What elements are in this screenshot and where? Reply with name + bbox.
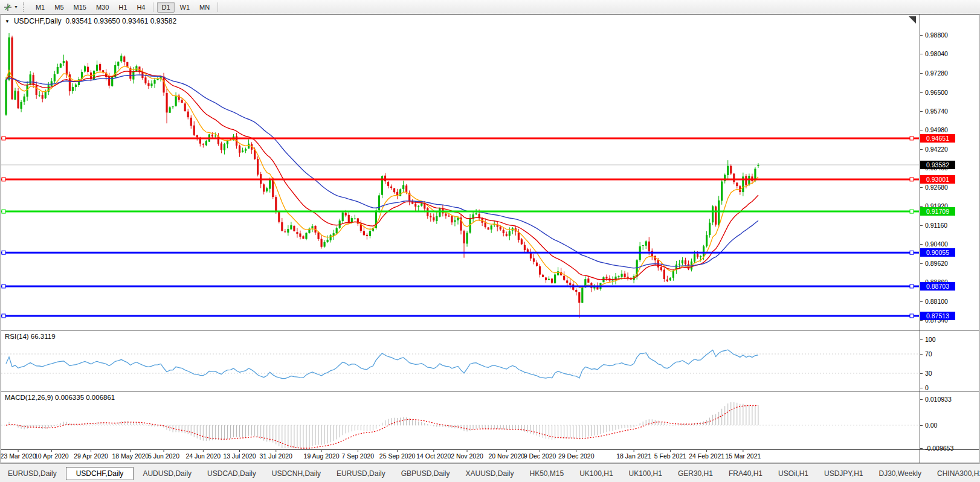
price-tick-label: 0.90400	[925, 240, 948, 248]
price-line-badge: 0.90055	[920, 248, 955, 257]
symbol-tab-USDCNH-Daily[interactable]: USDCNH,Daily	[264, 468, 329, 480]
macd-tick-mark	[920, 425, 923, 426]
date-axis-label: 2 Nov 2020	[451, 452, 483, 460]
price-tick-label: 0.94220	[925, 146, 948, 153]
price-tick-mark	[920, 73, 923, 74]
current-price-badge: 0.93582	[920, 161, 955, 169]
symbol-tab-EURUSD-Daily[interactable]: EURUSD,Daily	[329, 468, 393, 480]
chart-symbol-label: USDCHF,Daily	[14, 17, 62, 25]
timeframe-button-M5[interactable]: M5	[50, 2, 68, 13]
symbol-tab-AUDUSD-Daily[interactable]: AUDUSD,Daily	[135, 468, 199, 480]
macd-tick-mark	[920, 448, 923, 449]
date-axis-label: 19 Aug 2020	[304, 452, 340, 460]
price-tick-mark	[920, 320, 923, 321]
symbol-tab-XAUUSD-Daily[interactable]: XAUUSD,Daily	[457, 468, 521, 480]
price-line-badge: 0.87513	[920, 312, 955, 320]
chart-plot-area[interactable]	[1, 14, 920, 449]
price-tick-label: 0.98040	[925, 50, 948, 57]
symbol-tab-USDCHF-Daily[interactable]: USDCHF,Daily	[66, 467, 134, 480]
chart-ohlc-values: 0.93541 0.93650 0.93461 0.93582	[66, 17, 177, 25]
price-tick-label: 0.95740	[925, 108, 948, 115]
price-tick-mark	[920, 130, 923, 130]
rsi-tick-mark	[920, 354, 923, 355]
price-tick-mark	[920, 92, 923, 93]
price-tick-label: 0.94980	[925, 126, 948, 133]
date-axis-label: 7 Sep 2020	[341, 452, 374, 460]
chart-title-dropdown-icon[interactable]: ▼	[5, 19, 10, 24]
rsi-tick-mark	[920, 373, 923, 374]
date-axis-label: 13 Jul 2020	[223, 452, 256, 460]
rsi-tick-mark	[920, 339, 923, 340]
symbol-tab-bar: EURUSD,DailyUSDCHF,DailyAUDUSD,DailyUSDC…	[0, 463, 980, 482]
price-tick-label: 0.97280	[925, 69, 948, 77]
symbol-tab-GER30-H1[interactable]: GER30,H1	[670, 468, 721, 480]
date-axis-label: 31 Jul 2020	[260, 452, 292, 460]
timeframe-button-W1[interactable]: W1	[176, 2, 195, 13]
macd-tick-mark	[920, 399, 923, 400]
date-axis-label: 9 Dec 2020	[524, 452, 556, 460]
price-line-badge: 0.88703	[920, 282, 955, 291]
price-tick-mark	[920, 35, 923, 36]
toolbar-grip-handle[interactable]	[23, 2, 26, 12]
symbol-tab-EURUSD-Daily[interactable]: EURUSD,Daily	[0, 468, 65, 480]
macd-tick-label: 0.00	[925, 422, 937, 429]
date-axis-label: 5 Feb 2021	[654, 452, 686, 460]
date-axis-label: 23 Mar 2020	[1, 452, 36, 460]
timeframe-buttons: M1M5M15M30H1H4D1W1MN	[31, 2, 221, 13]
price-tick-label: 0.92680	[925, 184, 948, 191]
price-tick-mark	[920, 187, 923, 188]
date-axis-label: 24 Jun 2020	[185, 452, 221, 460]
rsi-tick-mark	[920, 388, 923, 388]
timeframe-button-M15[interactable]: M15	[69, 2, 91, 13]
symbol-tab-FRA40-H1[interactable]: FRA40,H1	[721, 468, 770, 480]
symbol-tab-UK100-H1[interactable]: UK100,H1	[572, 468, 621, 480]
date-axis-label: 18 Jan 2021	[616, 452, 651, 460]
symbol-tab-GBPUSD-Daily[interactable]: GBPUSD,Daily	[393, 468, 458, 480]
date-axis-label: 29 Apr 2020	[74, 452, 108, 460]
chart-title: ▼ USDCHF,Daily 0.93541 0.93650 0.93461 0…	[5, 17, 176, 25]
symbol-tab-USOil-H1[interactable]: USOil,H1	[770, 468, 816, 480]
rsi-tick-label: 30	[925, 370, 932, 377]
timeframe-button-D1[interactable]: D1	[157, 2, 174, 13]
symbol-tab-HK50-M15[interactable]: HK50,M15	[521, 468, 572, 480]
macd-tick-label: 0.010933	[925, 396, 952, 403]
price-tick-mark	[920, 54, 923, 54]
price-scale-area[interactable]	[920, 14, 980, 449]
price-tick-mark	[920, 301, 923, 302]
price-line-badge: 0.94651	[920, 134, 955, 143]
crosshair-icon[interactable]	[3, 2, 13, 12]
price-tick-mark	[920, 111, 923, 112]
price-tick-label: 0.89620	[925, 260, 948, 267]
timeframe-button-H1[interactable]: H1	[114, 2, 131, 13]
price-tick-mark	[920, 263, 923, 264]
date-axis-label: 14 Oct 2020	[416, 452, 451, 460]
timeframe-button-M30[interactable]: M30	[92, 2, 113, 13]
price-tick-mark	[920, 244, 923, 245]
price-tick-mark	[920, 149, 923, 150]
symbol-tab-USDCAD-Daily[interactable]: USDCAD,Daily	[199, 468, 264, 480]
timeframe-button-M1[interactable]: M1	[31, 2, 49, 13]
symbol-tab-DJ30-Weekly[interactable]: DJ30,Weekly	[871, 468, 929, 480]
timeframe-button-MN[interactable]: MN	[195, 2, 214, 13]
macd-indicator-label: MACD(12,26,9) 0.006335 0.006861	[5, 394, 115, 401]
date-axis-label: 24 Feb 2021	[689, 452, 724, 460]
rsi-indicator-label: RSI(14) 66.3119	[5, 333, 56, 340]
rsi-tick-label: 70	[925, 350, 932, 358]
trading-terminal-window: ▼ M1M5M15M30H1H4D1W1MN ▼ USDCHF,Daily 0.…	[0, 0, 980, 482]
rsi-tick-label: 0	[925, 384, 929, 391]
date-axis-label: 15 Mar 2021	[725, 452, 761, 460]
rsi-tick-label: 100	[925, 336, 936, 343]
price-tick-label: 0.98800	[925, 31, 948, 39]
symbol-tab-CHINA300-H1[interactable]: CHINA300,H1	[929, 468, 980, 480]
date-axis-label: 25 Sep 2020	[379, 452, 416, 460]
price-tick-label: 0.96500	[925, 89, 948, 96]
price-tick-mark	[920, 225, 923, 226]
date-axis-label: 20 Nov 2020	[489, 452, 525, 460]
toolbar-dropdown-arrow-icon[interactable]: ▼	[14, 5, 18, 9]
symbol-tab-UK100-H1[interactable]: UK100,H1	[621, 468, 670, 480]
date-axis-label: 10 Apr 2020	[34, 452, 69, 460]
price-tick-label: 0.91160	[925, 222, 947, 229]
timeframe-button-H4[interactable]: H4	[132, 2, 149, 13]
symbol-tab-USDJPY-H1[interactable]: USDJPY,H1	[816, 468, 871, 480]
timeframe-toolbar: ▼ M1M5M15M30H1H4D1W1MN	[0, 0, 980, 14]
